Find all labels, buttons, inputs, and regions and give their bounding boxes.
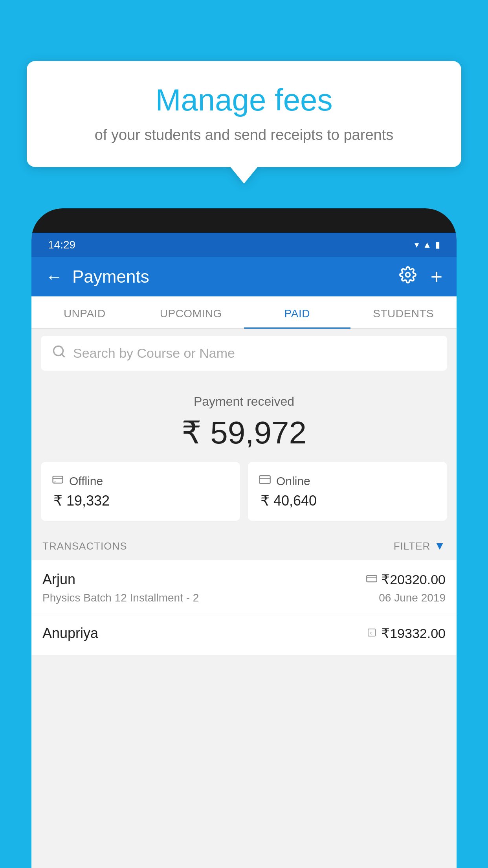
add-button[interactable]: + bbox=[431, 265, 442, 289]
transaction-top-anupriya: Anupriya ₹ ₹19332.00 bbox=[42, 625, 446, 642]
offline-card: ₹ Offline ₹ 19,332 bbox=[41, 462, 240, 521]
search-bar[interactable]: Search by Course or Name bbox=[41, 336, 447, 371]
filter-icon: ▼ bbox=[434, 540, 446, 552]
transaction-course: Physics Batch 12 Installment - 2 bbox=[42, 592, 199, 604]
filter-button[interactable]: FILTER ▼ bbox=[394, 540, 446, 552]
payment-received-label: Payment received bbox=[31, 394, 457, 409]
transactions-header: TRANSACTIONS FILTER ▼ bbox=[31, 530, 457, 560]
svg-point-0 bbox=[405, 273, 410, 277]
online-amount: ₹ 40,640 bbox=[259, 493, 436, 509]
transaction-name: Arjun bbox=[42, 571, 75, 588]
tab-upcoming[interactable]: UPCOMING bbox=[138, 296, 244, 328]
transaction-amount: ₹20320.00 bbox=[381, 572, 446, 587]
svg-line-2 bbox=[62, 354, 64, 357]
transaction-top-arjun: Arjun ₹20320.00 bbox=[42, 571, 446, 588]
search-icon bbox=[52, 344, 66, 362]
status-icons: ▾ ▲ ▮ bbox=[415, 240, 440, 250]
filter-label: FILTER bbox=[394, 540, 431, 552]
signal-icon: ▲ bbox=[423, 240, 431, 250]
wifi-icon: ▾ bbox=[415, 240, 419, 250]
offline-label: Offline bbox=[69, 474, 103, 488]
scroll-content: Search by Course or Name Payment receive… bbox=[31, 329, 457, 868]
transaction-row[interactable]: Anupriya ₹ ₹19332.00 bbox=[31, 614, 457, 655]
battery-icon: ▮ bbox=[435, 240, 440, 250]
header-left: ← Payments bbox=[46, 267, 149, 287]
svg-rect-6 bbox=[259, 476, 270, 484]
payment-received-amount: ₹ 59,972 bbox=[31, 414, 457, 451]
settings-icon[interactable] bbox=[399, 266, 416, 287]
transactions-label: TRANSACTIONS bbox=[42, 540, 127, 552]
app-header: ← Payments + bbox=[31, 257, 457, 296]
svg-text:₹: ₹ bbox=[54, 480, 56, 484]
payment-received-section: Payment received ₹ 59,972 bbox=[31, 378, 457, 462]
bubble-subtitle: of your students and send receipts to pa… bbox=[50, 127, 438, 143]
header-title: Payments bbox=[72, 267, 149, 287]
transaction-amount-wrap: ₹ ₹19332.00 bbox=[366, 625, 446, 641]
svg-text:₹: ₹ bbox=[370, 631, 372, 635]
phone-screen: 14:29 ▾ ▲ ▮ ← Payments + bbox=[31, 233, 457, 868]
tab-paid[interactable]: PAID bbox=[244, 296, 350, 328]
svg-rect-8 bbox=[367, 576, 377, 582]
phone-frame: 14:29 ▾ ▲ ▮ ← Payments + bbox=[31, 208, 457, 868]
transaction-name: Anupriya bbox=[42, 625, 98, 642]
transaction-bottom-arjun: Physics Batch 12 Installment - 2 06 June… bbox=[42, 592, 446, 604]
bubble-title: Manage fees bbox=[50, 83, 438, 118]
tab-unpaid[interactable]: UNPAID bbox=[31, 296, 138, 328]
speech-bubble: Manage fees of your students and send re… bbox=[27, 61, 461, 167]
offline-icon: ₹ bbox=[52, 474, 64, 489]
online-card: Online ₹ 40,640 bbox=[248, 462, 447, 521]
payment-rupee-icon: ₹ bbox=[366, 627, 377, 640]
search-placeholder: Search by Course or Name bbox=[73, 346, 235, 361]
offline-card-top: ₹ Offline bbox=[52, 474, 229, 489]
tabs-bar: UNPAID UPCOMING PAID STUDENTS bbox=[31, 296, 457, 329]
phone-notch bbox=[220, 208, 268, 223]
back-button[interactable]: ← bbox=[46, 268, 63, 285]
transaction-amount: ₹19332.00 bbox=[381, 625, 446, 641]
transaction-amount-wrap: ₹20320.00 bbox=[366, 572, 446, 587]
transaction-row[interactable]: Arjun ₹20320.00 Physics bbox=[31, 560, 457, 614]
status-time: 14:29 bbox=[48, 239, 75, 251]
online-card-top: Online bbox=[259, 474, 436, 489]
status-bar: 14:29 ▾ ▲ ▮ bbox=[31, 233, 457, 257]
payment-cards-row: ₹ Offline ₹ 19,332 bbox=[41, 462, 447, 530]
header-right: + bbox=[399, 265, 442, 289]
offline-amount: ₹ 19,332 bbox=[52, 493, 229, 509]
payment-card-icon bbox=[366, 573, 377, 586]
online-icon bbox=[259, 474, 271, 489]
transaction-date: 06 June 2019 bbox=[379, 592, 446, 604]
tab-students[interactable]: STUDENTS bbox=[350, 296, 457, 328]
online-label: Online bbox=[276, 474, 310, 488]
transaction-list: Arjun ₹20320.00 Physics bbox=[31, 560, 457, 655]
